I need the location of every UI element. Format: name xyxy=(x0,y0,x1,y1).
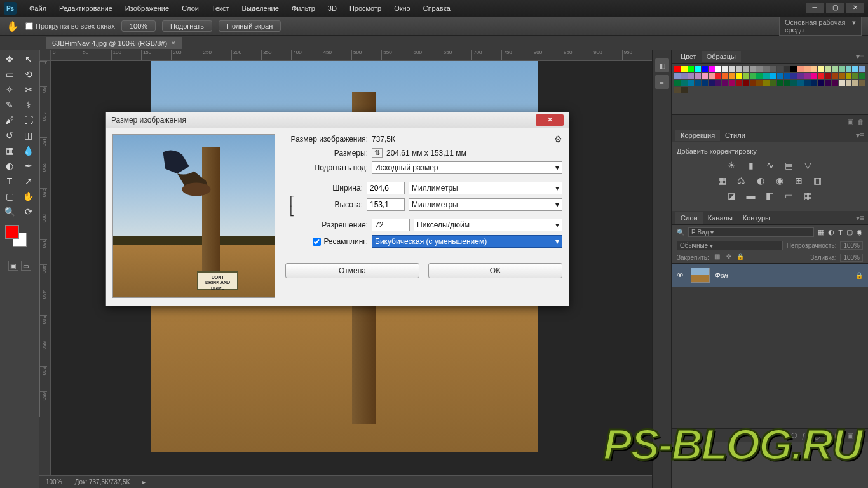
swatch-cell[interactable] xyxy=(681,66,688,72)
swatch-cell[interactable] xyxy=(770,73,776,79)
swatch-cell[interactable] xyxy=(729,80,735,86)
wand-tool[interactable]: ✧ xyxy=(1,83,18,97)
fit-button[interactable]: Подогнать xyxy=(162,20,212,32)
menu-layers[interactable]: Слои xyxy=(177,2,204,15)
menu-window[interactable]: Окно xyxy=(389,2,416,15)
lut-icon[interactable]: ▥ xyxy=(811,175,824,187)
swatch-cell[interactable] xyxy=(784,66,790,72)
doc-info[interactable]: Док: 737,5К/737,5К xyxy=(75,478,130,485)
swatch-cell[interactable] xyxy=(846,73,852,79)
levels-icon[interactable]: ▮ xyxy=(745,160,757,172)
swatch-cell[interactable] xyxy=(681,87,688,93)
visibility-toggle-icon[interactable]: 👁 xyxy=(677,271,686,279)
swatch-cell[interactable] xyxy=(681,80,688,86)
move-tool[interactable]: ✥ xyxy=(1,52,18,66)
swatch-cell[interactable] xyxy=(743,66,749,72)
swatch-cell[interactable] xyxy=(688,80,695,86)
zoom-readout[interactable]: 100% xyxy=(46,478,62,485)
layers-tab[interactable]: Слои xyxy=(675,212,703,224)
history-brush-tool[interactable]: ↺ xyxy=(1,128,18,142)
swatch-cell[interactable] xyxy=(797,66,804,72)
swatch-cell[interactable] xyxy=(777,80,783,86)
fill-value[interactable]: 100% xyxy=(840,254,863,262)
swatch-cell[interactable] xyxy=(743,73,749,79)
swatch-cell[interactable] xyxy=(811,80,818,86)
swatch-cell[interactable] xyxy=(674,87,681,93)
swatch-cell[interactable] xyxy=(777,73,783,79)
swatch-cell[interactable] xyxy=(790,66,797,72)
swatch-cell[interactable] xyxy=(832,66,838,72)
lock-position-icon[interactable]: ✜ xyxy=(724,253,733,262)
panel-menu-icon[interactable]: ▾≡ xyxy=(856,214,864,222)
document-tab[interactable]: 63BHimNav-4.jpg @ 100% (RGB/8#) ✕ xyxy=(46,37,182,49)
gear-icon[interactable]: ⚙ xyxy=(554,134,562,144)
swatch-cell[interactable] xyxy=(811,73,818,79)
mixer-icon[interactable]: ⊞ xyxy=(792,175,805,187)
swatch-cell[interactable] xyxy=(709,73,715,79)
swatch-cell[interactable] xyxy=(852,80,858,86)
shape-tool[interactable]: ▢ xyxy=(1,189,18,203)
swatch-cell[interactable] xyxy=(777,66,783,72)
dimensions-toggle-icon[interactable]: ⇅ xyxy=(372,148,383,158)
swatch-cell[interactable] xyxy=(736,66,742,72)
swatch-cell[interactable] xyxy=(797,80,804,86)
zoom-tool[interactable]: 🔍 xyxy=(1,205,18,219)
swatch-cell[interactable] xyxy=(804,66,811,72)
dialog-titlebar[interactable]: Размер изображения ✕ xyxy=(106,112,569,128)
swatch-cell[interactable] xyxy=(729,73,735,79)
eraser-tool[interactable]: ◫ xyxy=(20,128,37,142)
scroll-all-windows-checkbox[interactable]: Прокрутка во всех окнах xyxy=(25,22,115,30)
swatch-cell[interactable] xyxy=(722,73,728,79)
panel-menu-icon[interactable]: ▾≡ xyxy=(856,131,864,140)
resolution-unit-dropdown[interactable]: Пикселы/дюйм▾ xyxy=(414,219,562,231)
swatch-cell[interactable] xyxy=(715,66,722,72)
lasso-tool[interactable]: ⟲ xyxy=(20,67,37,81)
trash-icon[interactable]: 🗑 xyxy=(857,118,864,126)
arrow-tool[interactable]: ↖ xyxy=(20,52,37,66)
eyedropper-tool[interactable]: ✎ xyxy=(1,98,18,112)
marquee-tool[interactable]: ▭ xyxy=(1,67,18,81)
filter-type-icon[interactable]: T xyxy=(838,229,843,236)
constrain-link-icon[interactable]: ⎡⎣ xyxy=(285,196,298,216)
swatch-cell[interactable] xyxy=(825,73,831,79)
ok-button[interactable]: OK xyxy=(428,263,562,278)
adjustments-tab[interactable]: Коррекция xyxy=(675,130,720,141)
fg-color-swatch[interactable] xyxy=(5,225,19,239)
swatch-cell[interactable] xyxy=(811,66,818,72)
swatch-cell[interactable] xyxy=(715,73,722,79)
swatch-cell[interactable] xyxy=(702,80,708,86)
resample-dropdown[interactable]: Бикубическая (с уменьшением)▾ xyxy=(372,235,562,248)
workspace-dropdown[interactable]: Основная рабочая среда▾ xyxy=(779,17,862,36)
swatch-cell[interactable] xyxy=(722,80,728,86)
dodge-tool[interactable]: ◐ xyxy=(1,159,18,173)
swatch-cell[interactable] xyxy=(695,80,701,86)
menu-help[interactable]: Справка xyxy=(418,2,456,15)
horizontal-ruler[interactable]: 0501001502002503003504004505005506006507… xyxy=(51,50,652,61)
styles-tab[interactable]: Стили xyxy=(720,130,750,141)
lock-pixels-icon[interactable]: ▦ xyxy=(713,253,722,262)
swatch-cell[interactable] xyxy=(695,66,701,72)
width-unit-dropdown[interactable]: Миллиметры▾ xyxy=(409,182,562,194)
swatch-cell[interactable] xyxy=(852,66,858,72)
menu-image[interactable]: Изображение xyxy=(120,2,174,15)
layer-background[interactable]: 👁 Фон 🔒 xyxy=(672,264,868,287)
width-input[interactable] xyxy=(367,182,405,194)
invert-icon[interactable]: ◪ xyxy=(726,191,738,202)
swatch-cell[interactable] xyxy=(722,66,728,72)
menu-file[interactable]: Файл xyxy=(24,2,51,15)
swatch-cell[interactable] xyxy=(825,66,831,72)
swatch-cell[interactable] xyxy=(852,73,858,79)
swatch-cell[interactable] xyxy=(695,73,701,79)
posterize-icon[interactable]: ▬ xyxy=(745,191,757,202)
dock-icon-1[interactable]: ◧ xyxy=(655,58,669,72)
swatch-cell[interactable] xyxy=(674,80,681,86)
swatch-cell[interactable] xyxy=(839,80,845,86)
swatch-cell[interactable] xyxy=(750,80,756,86)
quickmask-toggle[interactable]: ▣ xyxy=(8,261,18,271)
vertical-ruler[interactable]: 050100150200250300350400450500550600650 xyxy=(39,61,51,488)
height-input[interactable] xyxy=(367,198,405,211)
pen-tool[interactable]: ✒ xyxy=(20,159,37,173)
blur-tool[interactable]: 💧 xyxy=(20,144,37,158)
swatch-cell[interactable] xyxy=(784,73,790,79)
swatch-cell[interactable] xyxy=(674,73,681,79)
